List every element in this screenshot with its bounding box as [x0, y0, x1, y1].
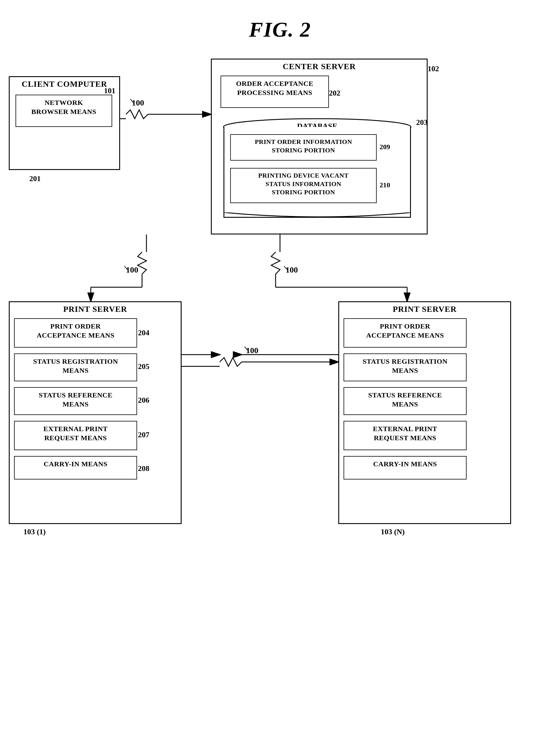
right-ps-item-4-label: EXTERNAL PRINTREQUEST MEANS: [344, 421, 466, 446]
ref-101: 101: [104, 87, 115, 95]
ref-204: 204: [138, 328, 149, 337]
left-ps-item-1-label: PRINT ORDERACCEPTANCE MEANS: [15, 319, 137, 343]
network-browser-box: NETWORKBROWSER MEANS: [15, 95, 112, 127]
page-title: FIG. 2: [0, 0, 560, 42]
right-ps-item-3-box: STATUS REFERENCEMEANS: [344, 387, 466, 415]
ref-102: 102: [428, 64, 439, 73]
left-ps-item-4-label: EXTERNAL PRINTREQUEST MEANS: [15, 421, 137, 446]
left-ps-item-1-box: PRINT ORDERACCEPTANCE MEANS: [14, 318, 137, 348]
svg-text:100: 100: [126, 265, 138, 274]
center-server-title: CENTER SERVER: [212, 60, 427, 72]
ref-208: 208: [138, 464, 149, 473]
printing-device-box: PRINTING DEVICE VACANTSTATUS INFORMATION…: [230, 168, 377, 203]
svg-text:100: 100: [246, 346, 258, 355]
ref-103-1: 103 (1): [24, 527, 46, 536]
ref-103-n: 103 (N): [381, 527, 405, 536]
svg-line-23: [245, 347, 247, 350]
right-ps-item-1-box: PRINT ORDERACCEPTANCE MEANS: [344, 318, 466, 348]
right-ps-item-5-box: CARRY-IN MEANS: [344, 456, 466, 480]
ref-207: 207: [138, 430, 149, 439]
print-order-info-label: PRINT ORDER INFORMATIONSTORING PORTION: [231, 135, 376, 157]
right-ps-item-1-label: PRINT ORDERACCEPTANCE MEANS: [344, 319, 466, 343]
right-print-server-box: PRINT SERVER PRINT ORDERACCEPTANCE MEANS…: [338, 301, 511, 524]
ref-209: 209: [380, 143, 390, 151]
left-print-server-title: PRINT SERVER: [10, 302, 181, 315]
right-ps-item-2-label: STATUS REGISTRATIONMEANS: [344, 354, 466, 378]
svg-text:100: 100: [286, 265, 298, 274]
ref-202: 202: [329, 89, 340, 98]
left-ps-item-5-label: CARRY-IN MEANS: [15, 457, 137, 472]
left-ps-item-5-box: CARRY-IN MEANS: [14, 456, 137, 480]
svg-line-11: [125, 266, 128, 270]
ref-205: 205: [138, 362, 149, 371]
client-computer-box: CLIENT COMPUTER NETWORKBROWSER MEANS: [9, 76, 120, 170]
order-acceptance-box: ORDER ACCEPTANCEPROCESSING MEANS: [220, 76, 329, 108]
svg-line-17: [284, 266, 287, 270]
ref-206: 206: [138, 396, 149, 405]
printing-device-label: PRINTING DEVICE VACANTSTATUS INFORMATION…: [231, 168, 376, 200]
left-ps-item-2-box: STATUS REGISTRATIONMEANS: [14, 353, 137, 381]
left-ps-item-2-label: STATUS REGISTRATIONMEANS: [15, 354, 137, 378]
right-ps-item-5-label: CARRY-IN MEANS: [344, 457, 466, 472]
order-acceptance-label: ORDER ACCEPTANCEPROCESSING MEANS: [221, 76, 328, 100]
left-ps-item-3-label: STATUS REFERENCEMEANS: [15, 388, 137, 412]
left-ps-item-3-box: STATUS REFERENCEMEANS: [14, 387, 137, 415]
right-ps-item-4-box: EXTERNAL PRINTREQUEST MEANS: [344, 421, 466, 450]
left-ps-item-4-box: EXTERNAL PRINTREQUEST MEANS: [14, 421, 137, 450]
svg-text:100: 100: [132, 98, 144, 107]
database-container: DATABASE PRINT ORDER INFORMATIONSTORING …: [220, 118, 414, 224]
center-server-box: CENTER SERVER ORDER ACCEPTANCEPROCESSING…: [211, 59, 428, 234]
ref-210: 210: [380, 181, 390, 189]
svg-line-5: [130, 99, 133, 103]
network-browser-label: NETWORKBROWSER MEANS: [16, 95, 112, 119]
right-print-server-title: PRINT SERVER: [339, 302, 510, 315]
client-computer-title: CLIENT COMPUTER: [10, 77, 119, 90]
right-ps-item-2-box: STATUS REGISTRATIONMEANS: [344, 353, 466, 381]
print-order-info-box: PRINT ORDER INFORMATIONSTORING PORTION: [230, 134, 377, 161]
left-print-server-box: PRINT SERVER PRINT ORDERACCEPTANCE MEANS…: [9, 301, 182, 524]
ref-203: 203: [416, 118, 428, 127]
right-ps-item-3-label: STATUS REFERENCEMEANS: [344, 388, 466, 412]
ref-201: 201: [29, 174, 41, 183]
